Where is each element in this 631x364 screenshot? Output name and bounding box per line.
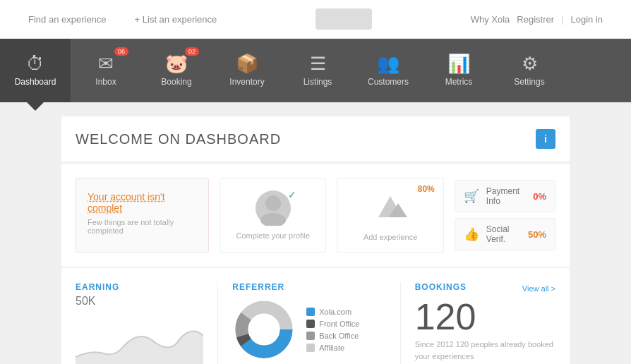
inbox-badge: 06 xyxy=(114,47,128,56)
icon-nav: ⏱Dashboard✉Inbox06🐷Booking02📦Inventory☰L… xyxy=(0,39,631,102)
metrics-icon: 📊 xyxy=(447,54,470,73)
cards-row: Your account isn't complet Few things ar… xyxy=(61,163,570,267)
top-nav: Find an experience + List an experience … xyxy=(0,0,631,39)
why-xola-link[interactable]: Why Xola xyxy=(471,14,510,25)
dashboard-icon: ⏱ xyxy=(26,54,44,73)
nav-indicator-wrap xyxy=(0,102,631,116)
top-nav-left: Find an experience + List an experience xyxy=(28,14,217,25)
nav-item-booking[interactable]: 🐷Booking02 xyxy=(141,39,212,102)
mini-chart xyxy=(76,315,203,364)
bookings-number: 120 xyxy=(415,298,555,335)
inbox-icon: ✉ xyxy=(98,54,114,73)
legend-item-1: Front Office xyxy=(306,320,359,328)
donut-chart xyxy=(232,298,296,361)
chart-svg xyxy=(76,315,203,364)
nav-item-listings[interactable]: ☰Listings xyxy=(282,39,353,102)
right-card-icon-0: 🛒 xyxy=(464,188,479,204)
customers-label: Customers xyxy=(368,77,409,87)
legend-item-2: Back Office xyxy=(306,332,359,340)
account-title: Your account isn't complet xyxy=(88,191,197,214)
legend-dot-1 xyxy=(306,320,315,328)
svg-point-0 xyxy=(265,195,281,211)
settings-label: Settings xyxy=(514,77,544,87)
right-card-1[interactable]: 👍Social Verif.50% xyxy=(455,218,555,250)
bookings-section: BOOKINGS View all > 120 Since 2012 120 p… xyxy=(401,282,555,364)
check-icon: ✓ xyxy=(288,189,296,200)
donut-wrap: Xola.comFront OfficeBack OfficeAffiliate xyxy=(232,298,385,361)
login-link[interactable]: Login in xyxy=(570,14,603,25)
referrer-title: REFERRER xyxy=(232,282,385,292)
legend-label-3: Affiliate xyxy=(319,344,344,352)
booking-badge: 02 xyxy=(185,47,199,56)
nav-divider: | xyxy=(561,14,563,25)
nav-arrow xyxy=(27,102,44,111)
inventory-icon: 📦 xyxy=(236,54,258,73)
nav-item-metrics[interactable]: 📊Metrics xyxy=(423,39,494,102)
right-card-pct-0: 0% xyxy=(533,191,546,202)
experience-card[interactable]: 80% Add experience xyxy=(337,178,443,253)
nav-indicator xyxy=(0,102,71,111)
dashboard-label: Dashboard xyxy=(15,77,56,87)
svg-point-8 xyxy=(248,314,280,346)
legend-dot-3 xyxy=(306,344,315,352)
welcome-title: WELCOME ON DASHBOARD xyxy=(76,131,281,147)
right-card-label-0: Payment Info xyxy=(486,186,526,206)
account-subtitle: Few things are not totally completed xyxy=(88,218,197,235)
legend-label-1: Front Office xyxy=(319,320,359,328)
earning-title: EARNING xyxy=(76,282,203,292)
profile-label: Complete your profile xyxy=(236,231,311,240)
earning-section: EARNING 50K Jan Feb Mar Apr xyxy=(76,282,218,364)
nav-item-settings[interactable]: ⚙Settings xyxy=(494,39,565,102)
avatar-wrap: ✓ xyxy=(256,190,291,226)
mountain-icon xyxy=(371,189,410,227)
bookings-title: BOOKINGS xyxy=(415,282,467,292)
avatar-svg xyxy=(256,190,291,226)
listings-label: Listings xyxy=(304,77,332,87)
legend-dot-2 xyxy=(306,332,315,340)
nav-item-inventory[interactable]: 📦Inventory xyxy=(212,39,282,102)
bookings-header: BOOKINGS View all > xyxy=(415,282,555,295)
find-experience-link[interactable]: Find an experience xyxy=(28,14,107,25)
inbox-label: Inbox xyxy=(95,77,116,87)
legend-item-0: Xola.com xyxy=(306,308,359,316)
top-nav-right: Why Xola Registrer | Login in xyxy=(471,14,603,25)
avatar xyxy=(256,190,291,226)
metrics-label: Metrics xyxy=(445,77,473,87)
experience-label: Add experience xyxy=(363,233,417,241)
welcome-banner: WELCOME ON DASHBOARD i xyxy=(61,116,570,162)
right-card-pct-1: 50% xyxy=(528,229,546,240)
account-card: Your account isn't complet Few things ar… xyxy=(76,178,209,253)
right-cards: 🛒Payment Info0%👍Social Verif.50% xyxy=(455,178,555,253)
info-button[interactable]: i xyxy=(536,129,555,149)
settings-icon: ⚙ xyxy=(522,54,538,73)
legend-item-3: Affiliate xyxy=(306,344,359,352)
main-content: WELCOME ON DASHBOARD i Your account isn'… xyxy=(0,116,631,364)
inventory-label: Inventory xyxy=(229,77,264,87)
booking-icon: 🐷 xyxy=(165,54,188,73)
right-card-label-1: Social Verif. xyxy=(486,224,521,244)
earning-value: 50K xyxy=(76,295,203,308)
logo xyxy=(316,8,372,30)
register-link[interactable]: Registrer xyxy=(517,14,554,25)
list-experience-link[interactable]: + List an experience xyxy=(135,14,217,25)
nav-item-inbox[interactable]: ✉Inbox06 xyxy=(71,39,141,102)
mountain-svg xyxy=(371,189,410,221)
legend-label-2: Back Office xyxy=(319,332,359,340)
nav-item-dashboard[interactable]: ⏱Dashboard xyxy=(0,39,71,102)
view-all-link[interactable]: View all > xyxy=(522,284,555,293)
donut-legend: Xola.comFront OfficeBack OfficeAffiliate xyxy=(306,308,359,352)
nav-item-customers[interactable]: 👥Customers xyxy=(353,39,423,102)
profile-card[interactable]: ✓ Complete your profile xyxy=(220,178,326,253)
right-card-0[interactable]: 🛒Payment Info0% xyxy=(455,180,555,212)
svg-point-1 xyxy=(260,213,286,226)
booking-label: Booking xyxy=(161,77,191,87)
right-card-icon-1: 👍 xyxy=(464,226,479,242)
experience-percent: 80% xyxy=(418,184,435,194)
legend-dot-0 xyxy=(306,308,315,316)
referrer-section: REFERRER Xola.comFront OfficeBack Office… xyxy=(218,282,400,364)
legend-label-0: Xola.com xyxy=(319,308,351,316)
customers-icon: 👥 xyxy=(377,54,399,73)
stats-row: EARNING 50K Jan Feb Mar Apr REFERRER xyxy=(61,268,570,364)
bookings-subtitle: Since 2012 120 peoples already booked yo… xyxy=(415,339,555,362)
listings-icon: ☰ xyxy=(310,54,326,73)
